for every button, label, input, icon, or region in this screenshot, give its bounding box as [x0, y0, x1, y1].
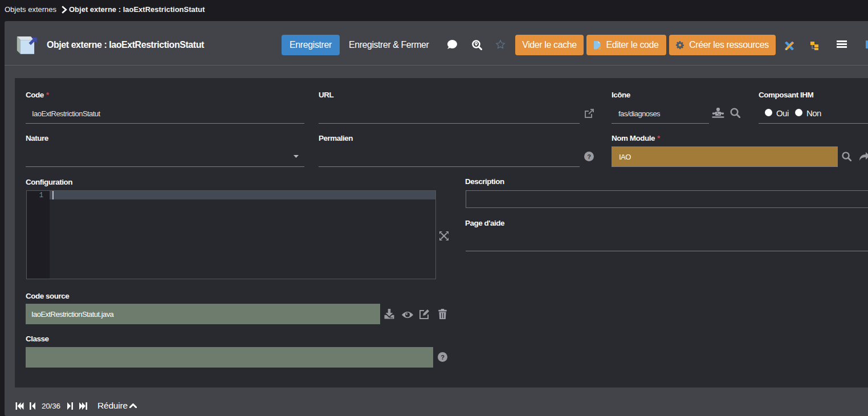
- svg-text:?: ?: [441, 354, 445, 361]
- svg-text:?: ?: [587, 153, 591, 160]
